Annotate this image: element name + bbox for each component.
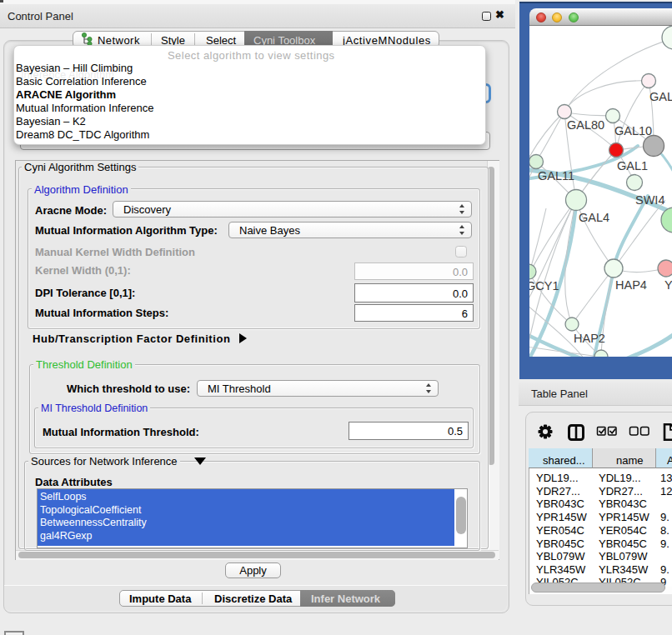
svg-text:GAL1: GAL1 <box>617 159 648 172</box>
svg-text:GAL7: GAL7 <box>649 90 672 103</box>
svg-text:GAL10: GAL10 <box>614 124 652 138</box>
svg-text:YE: YE <box>664 278 672 292</box>
svg-text:HAP4: HAP4 <box>615 278 647 292</box>
svg-text:GAL11: GAL11 <box>538 169 574 182</box>
svg-text:GCY1: GCY1 <box>529 279 559 292</box>
svg-text:SWI4: SWI4 <box>635 193 664 207</box>
svg-text:GAL80: GAL80 <box>567 118 604 132</box>
svg-text:GAL4: GAL4 <box>579 211 609 224</box>
svg-text:HAP2: HAP2 <box>574 332 605 345</box>
